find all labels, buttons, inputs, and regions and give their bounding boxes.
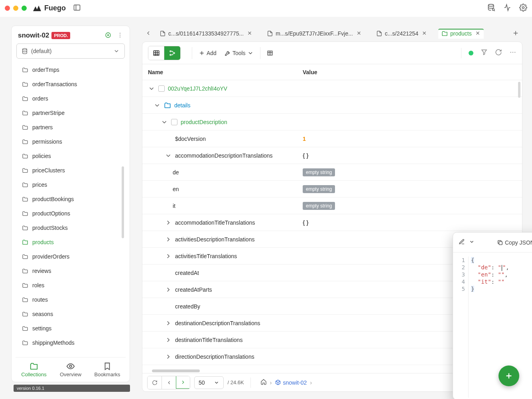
tab-close-icon[interactable]	[422, 30, 427, 37]
acc-title-row[interactable]: accommodationTitleTranslations	[142, 219, 303, 226]
editor-tab-0[interactable]: c...s/0116147133534927775...	[156, 29, 256, 39]
acc-desc-row[interactable]: accommodationDescriptionTranslations	[142, 152, 303, 159]
sidebar-item-seasons[interactable]: seasons	[22, 307, 126, 321]
sidebar-item-shippingMethods[interactable]: shippingMethods	[22, 336, 126, 350]
sidebar-tab-collections[interactable]: Collections	[16, 358, 52, 382]
sidebar-scrollbar[interactable]	[122, 166, 124, 238]
edit-icon[interactable]	[459, 239, 465, 246]
pager-prev[interactable]	[162, 376, 176, 389]
breadcrumb-project[interactable]: snowit-02	[275, 379, 307, 386]
svg-point-7	[120, 36, 120, 37]
sidebar-item-permissions[interactable]: permissions	[22, 134, 126, 149]
project-menu-icon[interactable]	[117, 32, 123, 40]
columns-button[interactable]	[263, 46, 277, 60]
view-mode-group	[148, 46, 181, 60]
sidebar-item-settings[interactable]: settings	[22, 321, 126, 336]
database-select[interactable]: (default)	[16, 43, 125, 59]
fab-add-button[interactable]	[499, 365, 519, 386]
grid-header: Name Value	[142, 64, 522, 80]
doc-row[interactable]: 002uYqe1J7L2chlI4oYV	[142, 85, 303, 92]
project-add-icon[interactable]	[105, 32, 111, 40]
act-desc-row[interactable]: activitiesDescriptionTranslations	[142, 236, 303, 243]
sidebar-item-productOptions[interactable]: productOptions	[22, 206, 126, 221]
tools-button[interactable]: Tools	[221, 46, 258, 60]
tab-close-icon[interactable]	[356, 30, 362, 37]
tab-close-icon[interactable]	[475, 30, 481, 37]
copy-json-button[interactable]: Copy JSON	[497, 239, 532, 246]
sidebar-item-partners[interactable]: partners	[22, 120, 126, 134]
column-name: Name	[142, 69, 303, 75]
home-icon[interactable]	[260, 379, 267, 386]
svg-point-11	[170, 51, 171, 52]
settings-icon[interactable]	[519, 4, 527, 13]
sidebar-item-products[interactable]: products	[22, 235, 126, 249]
editor-tab-1[interactable]: m...s/Epu9ZTJ7rJEixxF...Fvje...	[264, 29, 365, 39]
main: c...s/0116147133534927775...m...s/Epu9ZT…	[142, 26, 522, 392]
grid-scrollbar[interactable]	[518, 82, 520, 98]
sidebar-item-orders[interactable]: orders	[22, 91, 126, 106]
sidebar-item-productStocks[interactable]: productStocks	[22, 221, 126, 235]
minimize-window[interactable]	[13, 6, 18, 11]
tab-close-icon[interactable]	[247, 30, 252, 37]
sidebar-toggle-icon[interactable]	[73, 4, 81, 13]
sidebar-item-providerOrders[interactable]: providerOrders	[22, 249, 126, 264]
tabs-back-icon[interactable]	[144, 30, 153, 38]
lang-de-row[interactable]: de	[142, 169, 303, 176]
pager-next[interactable]	[176, 376, 190, 389]
collection-tree: orderTmpsorderTransactionsorderspartnerS…	[16, 63, 126, 357]
svg-rect-0	[74, 5, 80, 10]
project-name: snowit-02	[18, 32, 49, 40]
close-window[interactable]	[5, 6, 10, 11]
created-at-parts-row[interactable]: createdAtParts	[142, 286, 303, 293]
editor-tab-2[interactable]: c...s/2421254	[373, 29, 430, 39]
page-size-select[interactable]: 50	[194, 376, 224, 389]
app-name: Fuego	[44, 4, 66, 12]
lang-it-row[interactable]: it	[142, 203, 303, 209]
dest-title-row[interactable]: destinationTitleTranslations	[142, 336, 303, 344]
sidebar-item-orderTmps[interactable]: orderTmps	[22, 63, 126, 77]
sidebar-item-reviews[interactable]: reviews	[22, 264, 126, 278]
sidebar-item-prices[interactable]: prices	[22, 178, 126, 192]
lang-en-row[interactable]: en	[142, 186, 303, 192]
sidebar-tab-bookmarks[interactable]: Bookmarks	[89, 358, 126, 382]
editor-tab-3[interactable]: products	[438, 29, 484, 39]
created-by-row[interactable]: createdBy	[142, 303, 303, 310]
add-button[interactable]: Add	[195, 46, 221, 60]
database-icon[interactable]	[487, 4, 495, 13]
sidebar-item-roles[interactable]: roles	[22, 278, 126, 292]
sidebar-item-productBookings[interactable]: productBookings	[22, 192, 126, 206]
activity-icon[interactable]	[503, 4, 511, 13]
refresh-icon[interactable]	[495, 49, 502, 57]
product-desc-row[interactable]: productDescription	[142, 119, 303, 126]
act-title-row[interactable]: activitiesTitleTranslations	[142, 253, 303, 260]
svg-point-8	[23, 48, 27, 50]
sidebar-item-policies[interactable]: policies	[22, 149, 126, 163]
window-controls	[5, 6, 27, 11]
pager-refresh[interactable]	[148, 376, 162, 389]
dest-desc-row[interactable]: destinationDescriptionTranslations	[142, 320, 303, 327]
sidebar-item-routes[interactable]: routes	[22, 292, 126, 307]
dir-desc-row[interactable]: directionDescriptionTranslations	[142, 353, 303, 360]
filter-icon[interactable]	[481, 49, 488, 57]
sidebar-item-partnerStripe[interactable]: partnerStripe	[22, 106, 126, 120]
svg-rect-18	[499, 241, 502, 245]
details-row[interactable]: details	[142, 102, 303, 109]
svg-point-6	[120, 35, 120, 36]
page-total: / 24.6K	[228, 379, 244, 385]
maximize-window[interactable]	[22, 6, 27, 11]
tree-view-button[interactable]	[164, 46, 180, 60]
edit-dropdown-icon[interactable]	[469, 239, 475, 246]
sidebar-tab-overview[interactable]: Overview	[52, 358, 89, 382]
table-view-button[interactable]	[148, 46, 164, 60]
pd-checkbox[interactable]	[171, 119, 177, 125]
sidebar-item-priceClusters[interactable]: priceClusters	[22, 163, 126, 178]
sidebar-tabs: Collections Overview Bookmarks	[16, 357, 126, 382]
json-editor[interactable]: 1 2 3 4 5 { "de": "", "en": "", "it": ""…	[453, 253, 532, 399]
grid-h-scrollbar[interactable]	[152, 369, 200, 372]
more-icon[interactable]	[509, 49, 516, 57]
new-tab-button[interactable]	[509, 30, 522, 38]
doc-checkbox[interactable]	[158, 85, 165, 92]
created-at-row[interactable]: createdAt	[142, 270, 303, 276]
sidebar-item-orderTransactions[interactable]: orderTransactions	[22, 77, 126, 91]
doc-version-row[interactable]: $docVersion	[142, 136, 303, 142]
